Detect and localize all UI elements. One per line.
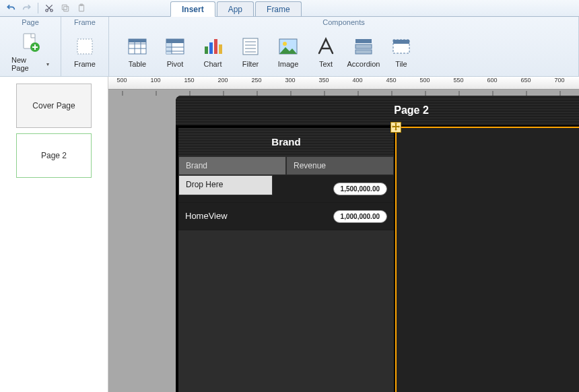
new-page-button[interactable]: New Page▾	[11, 30, 49, 73]
table-row[interactable]: Drop Here 1,500,000.00	[178, 175, 394, 203]
tab-insert[interactable]: Insert	[170, 1, 215, 17]
svg-rect-3	[62, 5, 67, 9]
ruler-tick: 600	[487, 77, 497, 84]
ruler-tick: 400	[352, 77, 362, 84]
drop-here-target[interactable]: Drop Here	[178, 175, 273, 195]
chevron-down-icon: ▾	[46, 61, 49, 67]
insert-text-label: Text	[319, 60, 333, 68]
ruler-tick: 350	[318, 77, 329, 84]
svg-rect-13	[166, 39, 184, 43]
insert-accordion-button[interactable]: Accordion	[345, 34, 382, 69]
page-thumb-page2[interactable]: Page 2	[16, 133, 92, 178]
svg-rect-25	[393, 40, 409, 44]
frame-button[interactable]: Frame	[66, 34, 104, 69]
page-thumb-cover[interactable]: Cover Page	[16, 84, 92, 128]
undo-icon[interactable]	[4, 2, 18, 14]
svg-rect-16	[214, 39, 217, 54]
cell-revenue: 1,000,000.00	[333, 210, 387, 223]
ruler-tick: 500	[419, 77, 430, 84]
insert-filter-label: Filter	[242, 60, 259, 68]
page-canvas[interactable]: Page 2 Brand Brand Revenue Drop Here 1,5…	[176, 96, 579, 392]
svg-rect-21	[355, 39, 372, 43]
cell-revenue: 1,500,000.00	[333, 183, 387, 195]
svg-rect-2	[64, 7, 69, 11]
insert-image-label: Image	[278, 60, 299, 68]
grid-component[interactable]: Brand Brand Revenue Drop Here 1,500,000.…	[178, 128, 394, 392]
ruler-tick: 650	[520, 77, 531, 84]
svg-rect-5	[80, 4, 83, 5]
frame-label: Frame	[74, 60, 96, 68]
ruler-tick: 250	[251, 77, 261, 84]
grid-title: Brand	[178, 128, 394, 156]
tab-app[interactable]: App	[217, 1, 254, 16]
insert-chart-button[interactable]: Chart	[194, 34, 232, 69]
svg-rect-10	[129, 39, 146, 42]
ruler-tick: 200	[217, 77, 228, 84]
insert-pivot-button[interactable]: Pivot	[156, 34, 194, 69]
ribbon-group-page-title: Page	[22, 17, 39, 28]
insert-accordion-label: Accordion	[347, 60, 380, 68]
page-list: Cover Page Page 2	[0, 77, 108, 392]
right-empty-panel[interactable]	[397, 128, 579, 392]
svg-rect-8	[77, 39, 92, 54]
cell-brand: HomeView	[178, 203, 300, 230]
insert-table-label: Table	[129, 60, 146, 68]
ruler-tick: 100	[150, 77, 160, 84]
insert-image-button[interactable]: Image	[269, 34, 307, 69]
svg-rect-23	[355, 50, 372, 54]
copy-icon[interactable]	[59, 2, 72, 14]
insert-text-button[interactable]: Text	[307, 34, 345, 69]
ruler-tick: 150	[184, 77, 194, 84]
svg-rect-22	[355, 44, 372, 48]
page-title: Page 2	[176, 96, 579, 125]
svg-rect-14	[205, 46, 208, 54]
svg-rect-17	[219, 44, 222, 54]
grid-header-brand[interactable]: Brand	[178, 156, 286, 175]
insert-tile-button[interactable]: Tile	[382, 34, 420, 69]
ruler-tick: 300	[285, 77, 295, 84]
grid-header-revenue[interactable]: Revenue	[286, 156, 394, 175]
ruler: 5001001502002503003504004505005506006507…	[108, 77, 579, 90]
redo-icon[interactable]	[20, 2, 34, 14]
insert-chart-label: Chart	[204, 60, 222, 68]
move-handle-icon[interactable]	[390, 122, 401, 133]
ribbon-group-components-title: Components	[322, 17, 364, 28]
svg-rect-15	[209, 42, 213, 54]
cut-icon[interactable]	[42, 2, 56, 14]
insert-pivot-label: Pivot	[167, 60, 183, 68]
paste-icon[interactable]	[75, 2, 88, 14]
ribbon-group-frame-title: Frame	[74, 17, 96, 28]
editor-canvas[interactable]: 5001001502002503003504004505005506006507…	[108, 77, 579, 392]
insert-table-button[interactable]: Table	[118, 34, 156, 69]
ruler-tick: 700	[554, 77, 564, 84]
insert-filter-button[interactable]: Filter	[232, 34, 269, 69]
insert-tile-label: Tile	[395, 60, 407, 68]
ruler-tick: 500	[116, 77, 127, 84]
svg-point-20	[283, 42, 287, 46]
ruler-tick: 550	[453, 77, 463, 84]
ruler-tick: 450	[386, 77, 396, 84]
new-page-label: New Page	[11, 56, 45, 72]
tab-frame[interactable]: Frame	[255, 1, 302, 16]
table-row[interactable]: HomeView 1,000,000.00	[178, 203, 394, 230]
